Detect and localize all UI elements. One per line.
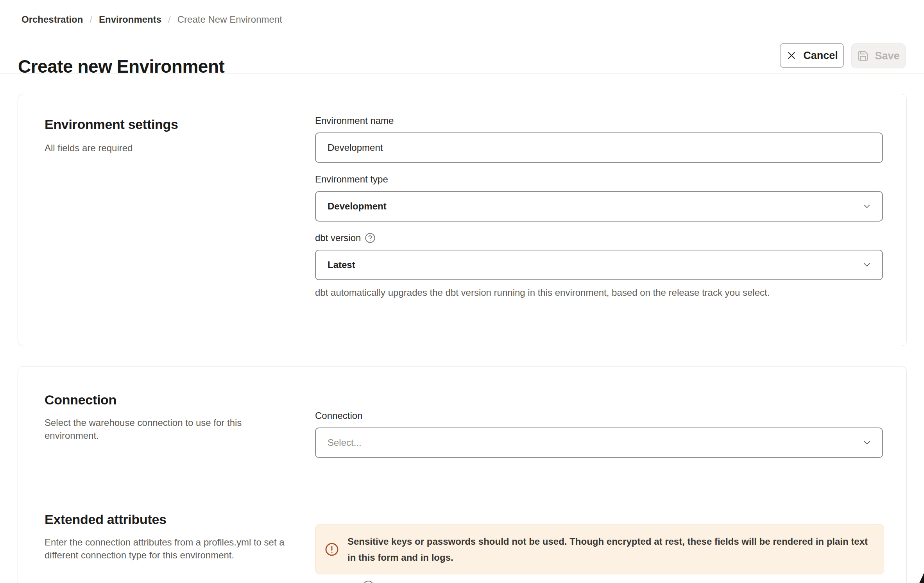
connection-heading: Connection (45, 392, 263, 408)
chevron-down-icon (862, 438, 872, 448)
connection-subheading: Select the warehouse connection to use f… (45, 416, 263, 442)
extended-attributes-subheading: Enter the connection attributes from a p… (45, 536, 291, 562)
breadcrumb-environments[interactable]: Environments (99, 14, 161, 25)
dbt-version-value: Latest (328, 259, 355, 270)
dbt-version-help-text: dbt automatically upgrades the dbt versi… (315, 287, 883, 298)
mouse-cursor (919, 573, 924, 583)
save-button-label: Save (875, 50, 899, 62)
environment-settings-card: Environment settings All fields are requ… (18, 94, 907, 346)
create-environment-page: Orchestration / Environments / Create Ne… (0, 0, 924, 583)
chevron-down-icon (862, 201, 872, 211)
environment-settings-heading: Environment settings (45, 117, 178, 132)
cancel-button-label: Cancel (803, 50, 838, 62)
environment-name-label: Environment name (315, 115, 883, 126)
alert-icon (325, 542, 339, 556)
save-button[interactable]: Save (851, 43, 906, 68)
connection-select[interactable]: Select... (315, 427, 883, 458)
breadcrumb-separator: / (90, 14, 92, 25)
extended-attributes-heading: Extended attributes (45, 512, 291, 527)
environment-name-input[interactable] (315, 132, 883, 163)
dbt-version-label: dbt version (315, 232, 883, 243)
sensitive-data-warning-text: Sensitive keys or passwords should not b… (347, 533, 871, 565)
header-divider (0, 73, 924, 74)
dbt-version-select[interactable]: Latest (315, 250, 883, 280)
sensitive-data-warning: Sensitive keys or passwords should not b… (315, 524, 884, 574)
breadcrumb: Orchestration / Environments / Create Ne… (21, 14, 282, 25)
breadcrumb-orchestration[interactable]: Orchestration (21, 14, 83, 25)
environment-settings-subheading: All fields are required (45, 141, 178, 154)
breadcrumb-current-page: Create New Environment (177, 14, 282, 25)
connection-select-label: Connection (315, 410, 883, 421)
save-icon (857, 50, 869, 62)
chevron-down-icon (862, 260, 872, 270)
connection-select-placeholder: Select... (328, 437, 362, 448)
connection-card: Connection Select the warehouse connecti… (18, 366, 907, 583)
close-icon (786, 50, 797, 61)
environment-type-value: Development (328, 201, 387, 212)
cancel-button[interactable]: Cancel (780, 43, 844, 68)
environment-type-select[interactable]: Development (315, 191, 883, 222)
help-icon[interactable] (365, 232, 376, 243)
environment-type-label: Environment type (315, 174, 883, 185)
breadcrumb-separator: / (168, 14, 171, 25)
